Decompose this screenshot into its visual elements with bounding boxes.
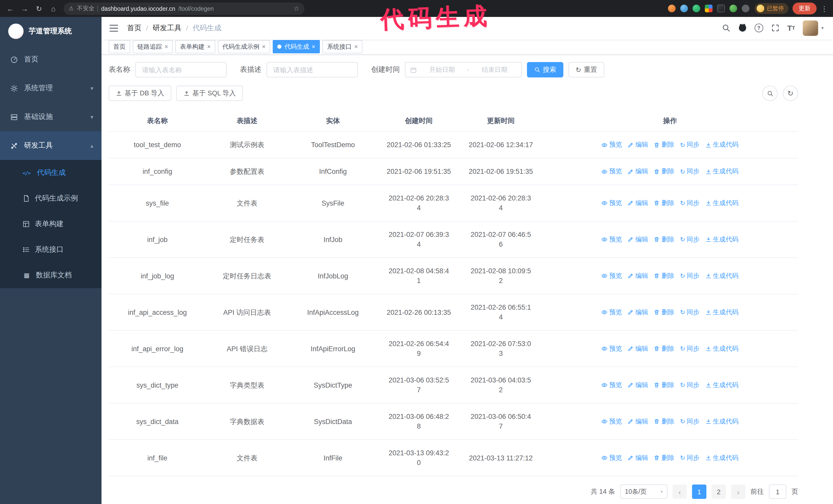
close-tab-icon[interactable]: × xyxy=(312,44,315,50)
search-button[interactable]: 搜索 xyxy=(527,62,563,77)
date-range-picker[interactable]: 开始日期 - 结束日期 xyxy=(405,62,522,77)
delete-link[interactable]: 删除 xyxy=(654,271,674,281)
import-db-button[interactable]: 基于 DB 导入 xyxy=(109,86,171,101)
import-sql-button[interactable]: 基于 SQL 导入 xyxy=(176,86,243,101)
tab-home[interactable]: 首页 xyxy=(109,40,130,54)
sync-link[interactable]: ↻ 同步 xyxy=(680,167,699,176)
address-bar[interactable]: ⚠ 不安全 dashboard.yudao.iocoder.cn/tool/co… xyxy=(64,2,305,15)
delete-link[interactable]: 删除 xyxy=(654,453,674,463)
help-icon[interactable]: ? xyxy=(754,24,763,32)
sync-link[interactable]: ↻ 同步 xyxy=(680,198,699,208)
edit-link[interactable]: 编辑 xyxy=(628,416,648,426)
next-page-button[interactable]: › xyxy=(731,484,745,499)
generate-code-link[interactable]: 生成代码 xyxy=(705,235,738,244)
reset-button[interactable]: ↻ 重置 xyxy=(569,62,604,77)
preview-link[interactable]: 预览 xyxy=(601,198,622,208)
sync-link[interactable]: ↻ 同步 xyxy=(680,271,699,281)
generate-code-link[interactable]: 生成代码 xyxy=(705,198,738,208)
edit-link[interactable]: 编辑 xyxy=(628,140,648,150)
sidebar-item-form-builder[interactable]: 表单构建 xyxy=(0,211,101,237)
preview-link[interactable]: 预览 xyxy=(601,416,622,426)
page-button-1[interactable]: 1 xyxy=(692,484,706,499)
delete-link[interactable]: 删除 xyxy=(654,235,674,244)
close-tab-icon[interactable]: × xyxy=(262,44,265,50)
breadcrumb-devtools[interactable]: 研发工具 xyxy=(153,24,182,33)
v-green-extension-icon[interactable] xyxy=(693,5,700,12)
delete-link[interactable]: 删除 xyxy=(654,344,674,354)
sidebar-item-devtools[interactable]: 研发工具 ▴ xyxy=(0,131,101,160)
page-button-2[interactable]: 2 xyxy=(712,484,726,499)
generate-code-link[interactable]: 生成代码 xyxy=(705,140,738,150)
prev-page-button[interactable]: ‹ xyxy=(672,484,687,499)
app-logo-row[interactable]: 芋道管理系统 xyxy=(0,17,101,45)
tab-codegen[interactable]: 代码生成 × xyxy=(273,40,320,54)
forward-icon[interactable]: → xyxy=(19,2,31,15)
edit-link[interactable]: 编辑 xyxy=(628,271,648,281)
preview-link[interactable]: 预览 xyxy=(601,140,622,150)
sidebar-item-infra[interactable]: 基础设施 ▾ xyxy=(0,102,101,131)
fox-extension-icon[interactable] xyxy=(668,5,675,12)
drop-extension-icon[interactable] xyxy=(680,5,688,12)
reload-icon[interactable]: ↻ xyxy=(33,2,45,15)
user-avatar-menu[interactable]: ▾ xyxy=(803,21,824,36)
generate-code-link[interactable]: 生成代码 xyxy=(705,271,738,281)
grid-extension-icon[interactable] xyxy=(705,5,713,12)
tab-codegen-demo[interactable]: 代码生成示例 × xyxy=(218,40,270,54)
edit-link[interactable]: 编辑 xyxy=(628,235,648,244)
fullscreen-icon[interactable] xyxy=(771,24,780,32)
preview-link[interactable]: 预览 xyxy=(601,344,622,354)
edit-link[interactable]: 编辑 xyxy=(628,344,648,354)
sidebar-item-home[interactable]: 首页 xyxy=(0,45,101,74)
sidebar-item-codegen-demo[interactable]: 代码生成示例 xyxy=(0,186,101,211)
sidebar-item-api[interactable]: 系统接口 xyxy=(0,237,101,263)
preview-link[interactable]: 预览 xyxy=(601,307,622,317)
sync-link[interactable]: ↻ 同步 xyxy=(680,235,699,244)
refresh-table-button[interactable]: ↻ xyxy=(783,86,798,101)
sync-link[interactable]: ↻ 同步 xyxy=(680,453,699,463)
delete-link[interactable]: 删除 xyxy=(654,198,674,208)
tab-form-builder[interactable]: 表单构建 × xyxy=(175,40,215,54)
edit-link[interactable]: 编辑 xyxy=(628,167,648,176)
tab-api[interactable]: 系统接口 × xyxy=(323,40,362,54)
breadcrumb-home[interactable]: 首页 xyxy=(127,24,142,33)
header-search-icon[interactable] xyxy=(721,24,730,32)
close-tab-icon[interactable]: × xyxy=(165,44,168,50)
edit-link[interactable]: 编辑 xyxy=(628,307,648,317)
sidebar-item-db-doc[interactable]: ▦ 数据库文档 xyxy=(0,263,101,288)
delete-link[interactable]: 删除 xyxy=(654,140,674,150)
generate-code-link[interactable]: 生成代码 xyxy=(705,167,738,176)
sidebar-item-codegen[interactable]: </> 代码生成 xyxy=(0,160,101,186)
leaf-extension-icon[interactable] xyxy=(730,5,737,12)
sync-link[interactable]: ↻ 同步 xyxy=(680,344,699,354)
bookmark-star-icon[interactable]: ☆ xyxy=(293,5,300,12)
delete-link[interactable]: 删除 xyxy=(654,307,674,317)
generate-code-link[interactable]: 生成代码 xyxy=(705,380,738,390)
sync-link[interactable]: ↻ 同步 xyxy=(680,140,699,150)
browser-menu-icon[interactable]: ⋮ xyxy=(821,4,828,13)
edit-link[interactable]: 编辑 xyxy=(628,198,648,208)
sync-link[interactable]: ↻ 同步 xyxy=(680,416,699,426)
table-name-input[interactable] xyxy=(135,62,227,77)
sync-link[interactable]: ↻ 同步 xyxy=(680,380,699,390)
recorder-extension-icon[interactable] xyxy=(717,5,725,12)
goto-page-input[interactable] xyxy=(769,484,786,499)
edit-link[interactable]: 编辑 xyxy=(628,380,648,390)
page-size-select[interactable]: 10条/页 ▾ xyxy=(620,484,667,499)
delete-link[interactable]: 删除 xyxy=(654,416,674,426)
hamburger-menu-icon[interactable] xyxy=(109,23,119,33)
github-icon[interactable] xyxy=(738,24,747,32)
close-tab-icon[interactable]: × xyxy=(207,44,211,50)
sidebar-item-system[interactable]: 系统管理 ▾ xyxy=(0,74,101,102)
paused-badge[interactable]: 已暂停 xyxy=(755,3,788,14)
generate-code-link[interactable]: 生成代码 xyxy=(705,344,738,354)
preview-link[interactable]: 预览 xyxy=(601,453,622,463)
preview-link[interactable]: 预览 xyxy=(601,271,622,281)
edit-link[interactable]: 编辑 xyxy=(628,453,648,463)
delete-link[interactable]: 删除 xyxy=(654,167,674,176)
tab-tracing[interactable]: 链路追踪 × xyxy=(133,40,173,54)
close-tab-icon[interactable]: × xyxy=(354,44,358,50)
preview-link[interactable]: 预览 xyxy=(601,235,622,244)
font-size-icon[interactable]: TT xyxy=(787,24,795,32)
sync-link[interactable]: ↻ 同步 xyxy=(680,307,699,317)
table-desc-input[interactable] xyxy=(266,62,358,77)
